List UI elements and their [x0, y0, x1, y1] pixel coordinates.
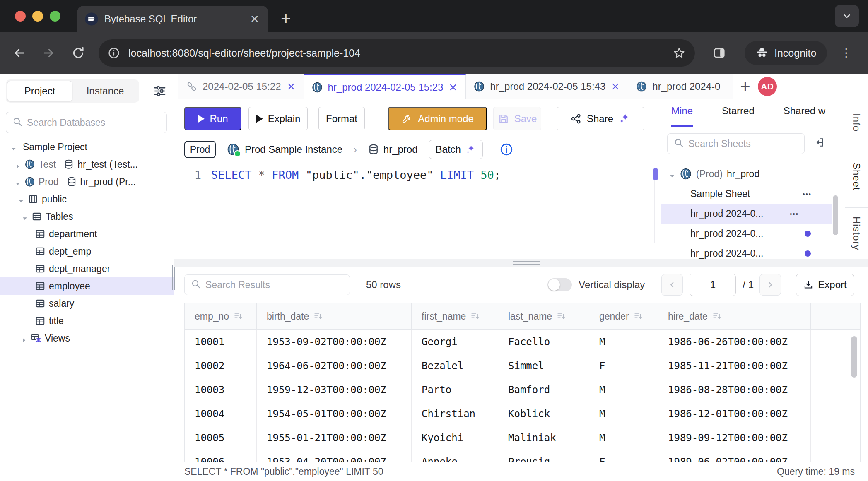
column-header-birth_date[interactable]: birth_date — [257, 303, 412, 330]
sheet-item-2[interactable]: hr_prod 2024-0... — [661, 224, 845, 243]
info-icon[interactable] — [499, 142, 514, 156]
user-avatar[interactable]: AD — [758, 77, 777, 96]
forward-icon[interactable] — [41, 46, 55, 60]
save-button[interactable]: Save — [493, 107, 541, 130]
prev-page-button[interactable] — [661, 274, 683, 296]
tree-schema-row[interactable]: public — [0, 190, 174, 208]
tab-project[interactable]: Project — [7, 81, 72, 101]
divider-drag-handle[interactable] — [513, 261, 540, 265]
database-tree: Sample Project Test hr_test (Test... Pro… — [0, 138, 174, 347]
sheet-item-1[interactable]: hr_prod 2024-0...••• — [661, 204, 832, 224]
results-search[interactable] — [184, 274, 350, 295]
tree-table-dept_emp[interactable]: dept_emp — [0, 243, 174, 260]
sheet-list-scrollbar-thumb[interactable] — [833, 195, 838, 235]
side-panel-icon[interactable] — [712, 46, 726, 60]
sheet-item-0[interactable]: Sample Sheet••• — [661, 184, 845, 204]
tab-history[interactable]: History — [845, 208, 868, 259]
vertical-display-toggle[interactable] — [547, 278, 572, 291]
worksheet-tab-1[interactable]: 2024-02-05 15:22 — [178, 74, 304, 99]
bookmark-star-icon[interactable] — [673, 46, 686, 60]
column-header-first_name[interactable]: first_name — [412, 303, 498, 330]
close-icon[interactable] — [286, 82, 296, 91]
column-header-hire_date[interactable]: hire_date — [658, 303, 811, 330]
sort-icon[interactable] — [556, 311, 567, 322]
database-search[interactable] — [6, 112, 167, 133]
sort-icon[interactable] — [313, 311, 324, 322]
back-icon[interactable] — [12, 46, 27, 60]
explain-button[interactable]: Explain — [248, 107, 308, 130]
site-info-icon[interactable] — [108, 47, 120, 59]
browser-titlebar: Bytebase SQL Editor ✕ + — [0, 0, 868, 32]
tree-prod-db-row[interactable]: Prod hr_prod (Pr... — [0, 173, 174, 190]
tree-table-department[interactable]: department — [0, 225, 174, 243]
column-header-gender[interactable]: gender — [589, 303, 658, 330]
schema-icon — [28, 194, 39, 204]
table-cell: M — [589, 426, 658, 450]
zoom-window-button[interactable] — [50, 11, 60, 22]
run-button[interactable]: Run — [184, 107, 241, 130]
tree-table-salary[interactable]: salary — [0, 295, 174, 312]
reload-icon[interactable] — [71, 46, 85, 60]
instance-name[interactable]: Prod Sample Instance — [245, 144, 342, 155]
sort-icon[interactable] — [470, 311, 481, 322]
sort-icon[interactable] — [633, 311, 644, 322]
import-sheet-icon[interactable] — [814, 137, 827, 150]
sort-icon[interactable] — [712, 311, 723, 322]
tree-table-employee[interactable]: employee — [0, 277, 174, 295]
browser-tab[interactable]: Bytebase SQL Editor ✕ — [77, 6, 268, 32]
sheet-search-input[interactable] — [688, 138, 798, 149]
sparkles-icon — [465, 144, 476, 155]
page-number-input[interactable] — [690, 274, 736, 296]
batch-button[interactable]: Batch — [429, 140, 483, 159]
panel-divider[interactable] — [174, 259, 868, 267]
filter-settings-icon[interactable] — [153, 84, 167, 98]
new-tab-button[interactable]: + — [281, 10, 291, 27]
column-header-last_name[interactable]: last_name — [498, 303, 589, 330]
tree-views-row[interactable]: Views — [0, 329, 174, 347]
sheet-item-3[interactable]: hr_prod 2024-0... — [661, 243, 845, 259]
tab-info[interactable]: Info — [845, 99, 868, 146]
sheet-menu-icon[interactable]: ••• — [803, 190, 812, 197]
table-scrollbar-thumb[interactable] — [851, 336, 857, 378]
export-button[interactable]: Export — [796, 274, 854, 296]
tree-test-db-row[interactable]: Test hr_test (Test... — [0, 156, 174, 173]
sheet-search[interactable] — [667, 133, 805, 154]
new-worksheet-button[interactable]: + — [740, 78, 750, 95]
tree-project-row[interactable]: Sample Project — [0, 138, 174, 156]
executed-sql-text: SELECT * FROM "public"."employee" LIMIT … — [184, 466, 383, 477]
tab-sheet-active[interactable]: Sheet — [845, 146, 868, 208]
editor-scrollbar-thumb[interactable] — [653, 168, 658, 180]
tab-shared[interactable]: Shared w — [784, 105, 825, 127]
worksheet-tab-4[interactable]: hr_prod 2024-0 — [628, 74, 733, 99]
tab-search-button[interactable] — [835, 5, 859, 27]
tree-tables-row[interactable]: Tables — [0, 208, 174, 225]
admin-mode-button[interactable]: Admin mode — [388, 107, 487, 130]
table-cell: Anneke — [412, 450, 498, 462]
worksheet-tab-3[interactable]: hr_prod 2024-02-05 15:43 — [466, 74, 628, 99]
sort-icon[interactable] — [233, 311, 244, 322]
caret-down-icon — [22, 213, 28, 220]
tab-instance[interactable]: Instance — [72, 81, 138, 101]
next-page-button[interactable] — [760, 274, 781, 296]
tree-table-title[interactable]: title — [0, 312, 174, 329]
results-search-input[interactable] — [205, 279, 344, 291]
close-tab-icon[interactable]: ✕ — [248, 13, 261, 26]
address-bar[interactable]: localhost:8080/sql-editor/sheet/project-… — [99, 39, 695, 67]
worksheet-tab-2-active[interactable]: hr_prod 2024-02-05 15:23 — [304, 74, 466, 99]
tab-starred[interactable]: Starred — [722, 105, 755, 127]
browser-menu-icon[interactable]: ⋮ — [840, 51, 849, 55]
close-icon[interactable] — [610, 82, 620, 91]
close-icon[interactable] — [448, 82, 458, 92]
minimize-window-button[interactable] — [32, 11, 43, 22]
tree-table-dept_manager[interactable]: dept_manager — [0, 260, 174, 277]
sheet-menu-icon[interactable]: ••• — [790, 210, 799, 217]
database-name[interactable]: hr_prod — [383, 144, 418, 155]
tab-mine[interactable]: Mine — [671, 105, 693, 127]
column-header-emp_no[interactable]: emp_no — [185, 303, 257, 330]
format-button[interactable]: Format — [318, 107, 365, 130]
sql-editor[interactable]: 1 SELECT * FROM "public"."employee" LIMI… — [174, 168, 661, 183]
share-button[interactable]: Share — [557, 107, 644, 130]
sheet-group-row[interactable]: (Prod) hr_prod — [661, 164, 845, 184]
database-search-input[interactable] — [27, 117, 161, 128]
close-window-button[interactable] — [15, 11, 26, 22]
